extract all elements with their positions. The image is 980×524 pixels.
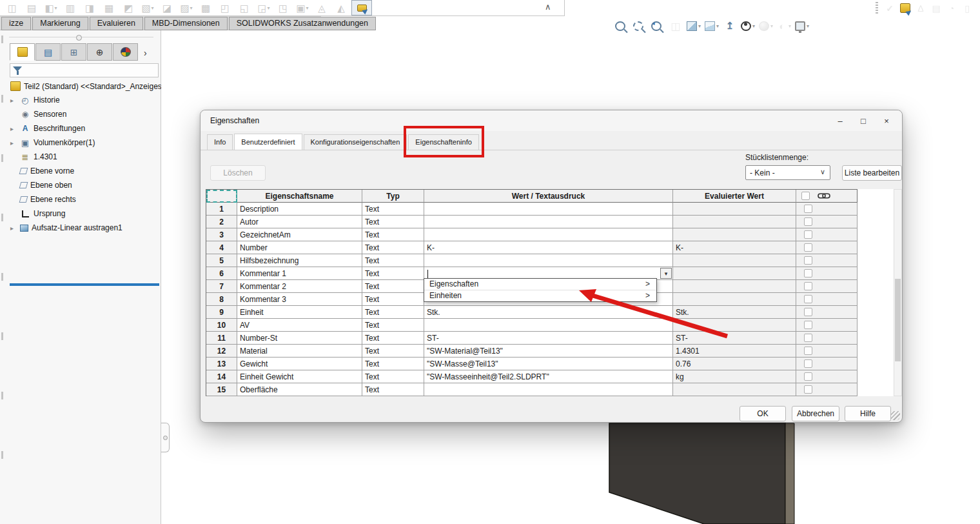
apply-scene-icon[interactable]: ▾ [776,17,792,34]
table-row[interactable]: 9 Einheit Text Stk. ▾ Stk. [206,306,858,319]
view-orientation-icon[interactable]: ▾ [686,17,701,34]
tree-item[interactable]: ▸ Sensoren [4,107,161,121]
property-name-cell[interactable]: GezeichnetAm [237,228,362,241]
property-name-cell[interactable]: Number-St [237,332,362,345]
commandmanager-tab[interactable]: Evaluieren [90,17,143,30]
propertymanager-tab[interactable] [35,43,61,61]
value-cell[interactable]: Stk. ▾ [424,306,673,319]
dropdown-caret-icon[interactable]: ▾ [807,23,809,29]
type-cell[interactable]: Text [362,280,424,293]
table-scrollbar[interactable] [894,189,902,396]
maximize-button[interactable]: □ [852,112,875,129]
type-cell[interactable]: Text [362,358,424,370]
type-cell[interactable]: Text [362,216,424,228]
fillet-icon[interactable]: ◰ ▾ [215,0,235,15]
link-checkbox[interactable] [804,359,812,368]
help-button[interactable]: Hilfe [845,406,891,421]
link-checkbox[interactable] [804,321,812,329]
dropdown-caret-icon[interactable]: ▾ [716,23,719,29]
loft-boss-icon[interactable]: ▥ ▾ [61,0,80,15]
value-cell[interactable]: "SW-Masseeinheit@Teil2.SLDPRT" ▾ [424,370,673,383]
previous-view-icon[interactable]: ▾ [650,17,665,34]
boundary-boss-icon[interactable]: ◨ ▾ [80,0,99,15]
mirror-icon[interactable]: ◭ ▾ [331,0,351,15]
tree-item[interactable]: ▸ Ebene rechts [4,192,161,207]
minimize-button[interactable]: – [828,112,852,129]
tree-root-item[interactable]: Teil2 (Standard) <<Standard>_Anzeigest [4,79,161,93]
extruded-cut-icon[interactable]: ▦ ▾ [99,0,119,15]
table-row[interactable]: 5 Hilfsbezeichnung Text ▾ [206,254,858,267]
section-properties-icon[interactable] [928,0,944,17]
revolved-cut-icon[interactable]: ▧ ▾ [138,0,157,15]
dropdown-caret-icon[interactable]: ▾ [55,5,57,11]
tree-item[interactable]: ▸ Aufsatz-Linear austragen1 [4,221,161,235]
dropdown-caret-icon[interactable]: ▾ [306,5,309,11]
property-name-cell[interactable]: AV [237,319,362,332]
swept-boss-icon[interactable]: ◧ ▾ [41,0,61,15]
part-model[interactable] [606,419,799,524]
expand-arrow-icon[interactable]: ▸ [10,225,17,232]
hide-show-items-icon[interactable]: ▾ [722,17,738,34]
link-checkbox[interactable] [804,347,812,355]
close-button[interactable]: × [875,112,898,129]
displaymanager-tab[interactable] [113,43,138,61]
value-cell[interactable]: ▾ [424,319,673,332]
property-name-cell[interactable]: Description [237,203,362,216]
tree-item[interactable]: ▸ Ebene oben [4,178,161,192]
rollback-bar[interactable] [10,283,159,286]
menu-item[interactable]: Einheiten > [424,290,656,301]
value-cell[interactable]: ▾ [424,383,673,396]
tab-info[interactable]: Info [207,134,233,150]
type-cell[interactable]: Text [362,293,424,306]
panel-splitter[interactable] [9,37,153,37]
type-cell[interactable]: Text [362,254,424,267]
hole-wizard-icon[interactable]: ◩ ▾ [119,0,138,15]
property-name-cell[interactable]: Kommentar 3 [237,293,362,306]
commandmanager-tab[interactable]: izze [1,17,31,30]
table-row[interactable]: 14 Einheit Gewicht Text "SW-Masseeinheit… [206,370,858,383]
linear-pattern-icon[interactable]: ◱ ▾ [235,0,254,15]
boundary-cut-icon[interactable]: ▩ ▾ [196,0,215,15]
table-row[interactable]: 15 Oberfläche Text ▾ [206,383,858,396]
type-cell[interactable]: Text [362,267,424,280]
dropdown-caret-icon[interactable]: ▾ [770,23,773,29]
property-name-cell[interactable]: Gewicht [237,358,362,370]
property-name-cell[interactable]: Oberfläche [237,383,362,396]
name-header[interactable]: Eigenschaftsname [237,190,362,203]
visibility-icon[interactable]: ▾ [740,17,756,34]
draft-icon[interactable]: ◳ ▾ [273,0,293,15]
value-cell[interactable]: "SW-Material@Teil13" ▾ [424,345,673,358]
link-checkbox[interactable] [804,372,812,381]
bom-quantity-select[interactable]: - Kein - ∨ [745,165,830,180]
shell-icon[interactable]: ▣ ▾ [293,0,312,15]
measure-icon[interactable] [897,0,913,17]
swept-cut-icon[interactable]: ◪ ▾ [157,0,177,15]
tree-item[interactable]: ▸ Ursprung [4,207,161,221]
edit-list-button[interactable]: Liste bearbeiten [842,165,902,181]
mass-properties-icon[interactable] [913,0,928,17]
type-cell[interactable]: Text [362,345,424,358]
property-name-cell[interactable]: Kommentar 1 [237,267,362,280]
dropdown-caret-icon[interactable]: ▾ [190,5,193,11]
property-name-cell[interactable]: Einheit Gewicht [237,370,362,383]
property-name-cell[interactable]: Einheit [237,306,362,319]
link-checkbox[interactable] [804,282,812,290]
configurationmanager-tab[interactable] [61,43,86,61]
commandmanager-tab[interactable]: SOLIDWORKS Zusatzanwendungen [229,17,376,30]
lofted-cut-icon[interactable]: ▨ ▾ [177,0,196,15]
revolve-boss-icon[interactable]: ▤ ▾ [22,0,41,15]
property-name-cell[interactable]: Material [237,345,362,358]
view-settings-icon[interactable]: ▾ [794,17,810,34]
resize-grip[interactable] [891,411,900,420]
cancel-button[interactable]: Abbrechen [792,406,839,421]
type-cell[interactable]: Text [362,370,424,383]
value-header[interactable]: Wert / Textausdruck [424,190,673,203]
tab-benutzerdefiniert[interactable]: Benutzerdefiniert [234,134,302,150]
property-name-cell[interactable]: Number [237,241,362,254]
toolbar-drag-handle[interactable] [876,2,878,15]
property-name-cell[interactable]: Autor [237,216,362,228]
performance-evaluation-icon[interactable] [944,0,959,17]
type-cell[interactable]: Text [362,383,424,396]
dropdown-caret-icon[interactable]: ▾ [789,23,791,29]
rib-icon[interactable]: ◲ ▾ [254,0,273,15]
